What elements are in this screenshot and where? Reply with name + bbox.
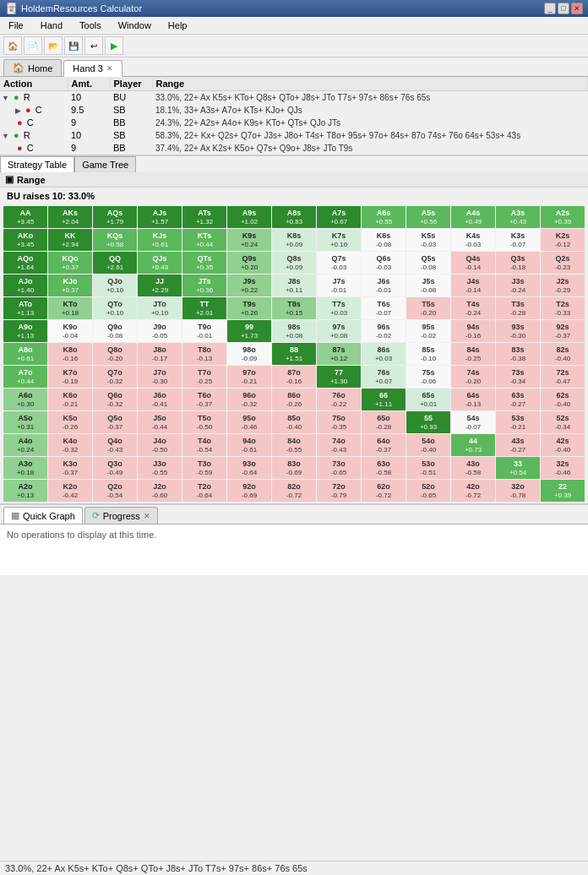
range-cell[interactable]: KTs+0.44 [182,229,226,251]
range-cell[interactable]: 82s-0.40 [541,343,585,365]
tab-home[interactable]: 🏠 Home [3,59,62,76]
range-cell[interactable]: 44+0.73 [451,434,495,456]
expand-icon[interactable]: ▼ [2,132,9,140]
range-cell[interactable]: 64o-0.37 [362,434,406,456]
range-cell[interactable]: Q7o-0.32 [93,366,137,388]
range-cell[interactable]: A7s+0.67 [317,206,361,228]
minimize-btn[interactable]: _ [544,3,556,14]
range-cell[interactable]: AKo+3.45 [3,229,47,251]
range-cell[interactable]: 64s-0.13 [451,389,495,410]
range-cell[interactable]: 84o-0.55 [272,434,316,456]
range-cell[interactable]: 53o-0.51 [406,457,450,479]
range-cell[interactable]: 53s-0.21 [496,411,540,433]
range-cell[interactable]: J4s-0.14 [451,274,495,296]
close-btn[interactable]: ✕ [571,3,583,14]
range-cell[interactable]: J3o-0.55 [138,457,182,479]
range-cell[interactable]: 83o-0.69 [272,457,316,479]
range-cell[interactable]: 86o-0.26 [272,389,316,410]
range-cell[interactable]: A3s+0.43 [496,206,540,228]
maximize-btn[interactable]: □ [558,3,569,14]
range-cell[interactable]: A4o+0.24 [3,434,47,456]
tab-game-tree[interactable]: Game Tree [74,156,136,172]
tab-quick-graph[interactable]: ▦ Quick Graph [3,507,83,524]
range-cell[interactable]: QTo+0.10 [93,297,137,319]
range-cell[interactable]: 95s-0.02 [406,320,450,342]
range-cell[interactable]: ATo+1.13 [3,297,47,319]
range-cell[interactable]: J5s-0.08 [406,274,450,296]
range-cell[interactable]: 83s-0.38 [496,343,540,365]
range-cell[interactable]: 87s+0.12 [317,343,361,365]
range-cell[interactable]: Q2s-0.23 [541,252,585,274]
range-cell[interactable]: J8s+0.11 [272,274,316,296]
range-cell[interactable]: T4o-0.54 [182,434,226,456]
range-cell[interactable]: K3s-0.07 [496,229,540,251]
range-cell[interactable]: A6o+0.30 [3,389,47,410]
range-cell[interactable]: K9o-0.04 [48,320,92,342]
range-cell[interactable]: 76o-0.22 [317,389,361,410]
range-cell[interactable]: Q2o-0.54 [93,480,137,502]
range-cell[interactable]: T8s+0.15 [272,297,316,319]
range-cell[interactable]: K6s-0.08 [362,229,406,251]
range-cell[interactable]: 85o-0.40 [272,411,316,433]
table-row[interactable]: ● C 9 BB 37.4%, 22+ Ax K2s+ K5o+ Q7s+ Q9… [0,142,588,155]
range-cell[interactable]: 88+1.51 [272,343,316,365]
range-cell[interactable]: Q4s-0.14 [451,252,495,274]
range-cell[interactable]: A6s+0.55 [362,206,406,228]
range-cell[interactable]: K5s-0.03 [406,229,450,251]
range-cell[interactable]: J6s-0.01 [362,274,406,296]
range-cell[interactable]: T2o-0.64 [182,480,226,502]
range-cell[interactable]: J7o-0.30 [138,366,182,388]
range-cell[interactable]: KTo+0.18 [48,297,92,319]
expand-icon[interactable]: ▼ [2,94,9,102]
range-cell[interactable]: 33+0.54 [496,457,540,479]
range-cell[interactable]: 63o-0.58 [362,457,406,479]
range-cell[interactable]: 92o-0.69 [227,480,271,502]
range-cell[interactable]: QQ+2.61 [93,252,137,274]
range-cell[interactable]: 73o-0.65 [317,457,361,479]
range-cell[interactable]: A9o+1.13 [3,320,47,342]
range-cell[interactable]: J5o-0.44 [138,411,182,433]
range-cell[interactable]: A7o+0.44 [3,366,47,388]
range-cell[interactable]: 43o-0.58 [451,457,495,479]
range-cell[interactable]: Q9o-0.08 [93,320,137,342]
range-cell[interactable]: Q8o-0.20 [93,343,137,365]
toolbar-new[interactable]: 📄 [24,36,42,55]
range-cell[interactable]: A9s+1.02 [227,206,271,228]
range-cell[interactable]: Q5s-0.08 [406,252,450,274]
range-cell[interactable]: T3s-0.28 [496,297,540,319]
range-cell[interactable]: J2o-0.60 [138,480,182,502]
range-cell[interactable]: T9o-0.01 [182,320,226,342]
range-cell[interactable]: K2s-0.12 [541,229,585,251]
range-cell[interactable]: AA+3.45 [3,206,47,228]
range-cell[interactable]: 86s+0.03 [362,343,406,365]
range-cell[interactable]: 96o-0.32 [227,389,271,410]
range-cell[interactable]: J9s+0.22 [227,274,271,296]
range-cell[interactable]: K5o-0.26 [48,411,92,433]
range-cell[interactable]: Q7s-0.03 [317,252,361,274]
range-cell[interactable]: J6o-0.41 [138,389,182,410]
range-cell[interactable]: 76s+0.07 [362,366,406,388]
tab-hand3-close[interactable]: ✕ [106,64,113,73]
menu-tools[interactable]: Tools [74,19,106,32]
range-cell[interactable]: QJs+0.43 [138,252,182,274]
range-cell[interactable]: 94o-0.61 [227,434,271,456]
range-cell[interactable]: 93o-0.64 [227,457,271,479]
range-cell[interactable]: KJs+0.61 [138,229,182,251]
range-cell[interactable]: 43s-0.27 [496,434,540,456]
range-cell[interactable]: QTs+0.35 [182,252,226,274]
range-cell[interactable]: 52o-0.65 [406,480,450,502]
range-cell[interactable]: K4o-0.32 [48,434,92,456]
range-cell[interactable]: Q4o-0.43 [93,434,137,456]
range-cell[interactable]: K7o-0.19 [48,366,92,388]
range-cell[interactable]: K6o-0.21 [48,389,92,410]
range-cell[interactable]: 62o-0.72 [362,480,406,502]
range-cell[interactable]: 93s-0.30 [496,320,540,342]
range-cell[interactable]: A5s+0.56 [406,206,450,228]
range-cell[interactable]: A3o+0.18 [3,457,47,479]
range-cell[interactable]: 55+0.93 [406,411,450,433]
range-cell[interactable]: TT+2.01 [182,297,226,319]
range-cell[interactable]: 98o-0.09 [227,343,271,365]
range-cell[interactable]: KQs+0.58 [93,229,137,251]
range-cell[interactable]: 74s-0.20 [451,366,495,388]
table-row[interactable]: ▶ ● C 9.5 SB 18.1%, 33+ A3s+ A7o+ KTs+ K… [0,104,588,117]
